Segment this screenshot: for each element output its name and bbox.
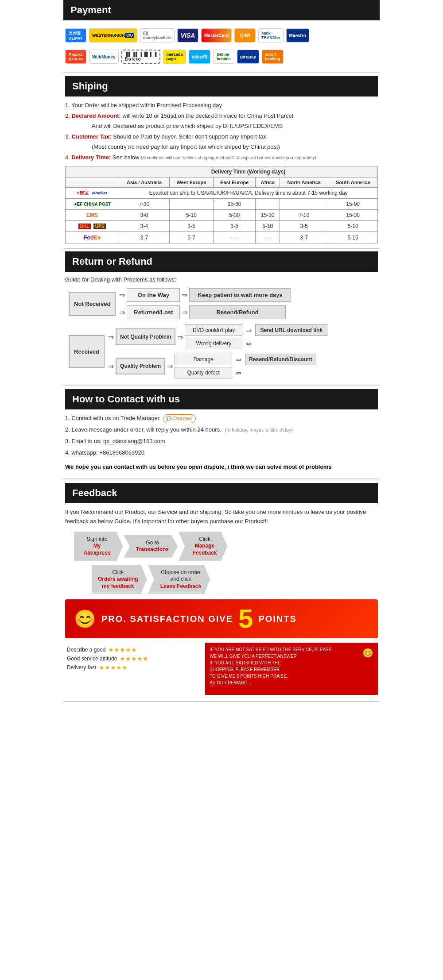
feedback-header: Feedback [65,483,378,503]
quality-branch: ⇒ Quality Problem ⇒ Damage ⇒ Resend/Refu… [106,354,327,378]
feedback-intro: If you Recommand our Product, our Servic… [65,508,378,526]
wrong-delivery-row: Wrong delivery ⇔ [185,338,327,349]
resend-refund-box-1: Resend/Refund [189,305,285,319]
banner-text-pre: PRO. SATISFACTION GIVE [101,614,233,624]
rating-label-3: Delivery fast [67,664,96,671]
received-branches: ⇒ Not Quality Problem ⇒ DVD couldn't pla… [106,324,327,378]
not-quality-branch: ⇒ Not Quality Problem ⇒ DVD couldn't pla… [106,324,327,349]
moneybookers-logo: ((((moneybookers [140,28,175,42]
damage-row: Damage ⇒ Resend/Refund/Discount [175,354,316,365]
resend-refund-discount-box: Resend/Refund/Discount [245,354,316,365]
rating-label-1: Describe a good [67,647,105,653]
shipping-point-4: 4. Delivery Time: See below (Sometimes w… [65,153,378,162]
ems-north-am: 7-10 [280,210,328,221]
smiley-icon: 😊 [74,609,96,629]
table-row-epacket: e邮宝 ePacket Epacket can ship to USA/AU/U… [66,188,378,199]
shipping-header: Shiping [65,76,378,96]
send-url-box: Send URL download link [255,324,327,336]
shipping-point-3b: (Most country no need pay for any Import… [92,143,378,151]
col-header-east-europe: East Europe [213,177,255,188]
contact-point-4: 4. whatsapp: +8618968063920 [65,448,378,458]
payment-section: Payment 支付宝ALIPAY WESTERNUNION WU ((((mo… [63,0,380,73]
rating-row-3: Delivery fast ★★★★★ [67,664,203,671]
payment-logos-row2: ЯндексДеньги WebMoney ▐▌▐▌▐▐▌▌▐Boleto me… [63,46,380,67]
received-flow: Received ⇒ Not Quality Problem ⇒ DVD cou… [69,324,378,378]
fedex-north-am: 3-7 [280,232,328,243]
not-received-box: Not Received [69,292,116,316]
rating-stars-2: ★★★★★ [120,655,148,662]
ratings-right: 😊 IF YOU ARE NOT SATISFIED WITH THE SERV… [205,643,378,695]
epay-logo: Onlinebetalen [213,50,234,64]
received-box: Received [69,335,105,368]
ems-west-eu: 5-10 [169,210,213,221]
dhl-asia: 3-4 [119,221,170,232]
payment-header: Payment [63,0,380,20]
table-row-dhl-ups: DHL UPS 3-4 3-5 3-5 5-10 3-5 5-10 [66,221,378,232]
table-header-main: Delivery Time (Working days) [119,166,378,177]
keep-patient-box: Keep patient to wait more days [189,288,291,302]
dhl-north-am: 3-5 [280,221,328,232]
col-header-asia: Asia / Australia [119,177,170,188]
contact-note-holiday: (In holiday, maybe a little delay) [225,427,293,432]
fedex-africa: ---- [256,232,280,243]
alipay-logo: 支付宝ALIPAY [65,28,86,42]
col-header-carrier [66,177,119,188]
ratings-block: Describe a good ★★★★★ Good service attit… [65,643,378,695]
contact-title: How to Contact with us [72,394,180,405]
dvd-couldnt-play-box: DVD couldn't play [185,324,242,336]
table-header-empty [66,166,119,177]
customer-tax-label: Customer Tax: [71,133,111,140]
damage-box: Damage [175,354,232,365]
ratings-left: Describe a good ★★★★★ Good service attit… [65,643,205,695]
ems-africa: 15-30 [256,210,280,221]
carrier-dhl-ups-logo: DHL UPS [66,221,119,232]
chinapost-africa [256,199,280,210]
quality-defect-row: Quality defect ⇔ [175,367,316,378]
visa-logo: VISA [177,28,198,42]
bank-transfer-logo: bankTRANSfer [258,28,284,42]
not-received-branches: ⇒ On the Way ⇒ Keep patient to wait more… [117,288,291,319]
delivery-time-label: Delivery Time: [71,154,111,161]
rating-row-1: Describe a good ★★★★★ [67,646,203,653]
rating-stars-1: ★★★★★ [108,646,137,653]
col-header-north-america: North America [280,177,328,188]
contact-point-3: 3. Email to us: qx_qianxiang@163.com [65,437,378,446]
dhl-africa: 5-10 [256,221,280,232]
satisfaction-banner: 😊 PRO. SATISFACTION GIVE 5 POINTS [65,599,378,638]
fedex-asia: 3-7 [119,232,170,243]
chat-badge: 💬 Chat now! [163,414,196,423]
banner-text-post: POINTS [258,614,296,624]
refund-header: Return or Refund [65,251,378,272]
fedex-west-eu: 5-7 [169,232,213,243]
ems-east-eu: 5-30 [213,210,255,221]
carrier-ems-logo: EMS [66,210,119,221]
rating-stars-3: ★★★★★ [99,664,128,671]
quality-sub-items: Damage ⇒ Resend/Refund/Discount Quality … [175,354,316,378]
payment-title: Payment [70,4,111,15]
delivery-table: Delivery Time (Working days) Asia / Aust… [65,166,378,243]
contact-header: How to Contact with us [65,389,378,409]
wrong-delivery-box: Wrong delivery [185,338,242,349]
col-header-africa: Africa [256,177,280,188]
table-row-fedex: FedEx 3-7 5-7 ----- ---- 3-7 5-15 [66,232,378,243]
rating-label-2: Good service attitude [67,656,117,662]
ems-south-am: 15-30 [328,210,378,221]
webmoney-logo: WebMoney [89,50,119,64]
feedback-steps-row2: Click Orders awaitingmy feedback Choose … [65,565,378,594]
quality-problem-box: Quality Problem [116,358,165,374]
ems-asia: 3-8 [119,210,170,221]
dvd-row: DVD couldn't play ⇒ Send URL download li… [185,324,327,336]
satisfaction-note-icon: 😊 [362,646,373,660]
chinapost-north-am [280,199,328,210]
carrier-fedex-logo: FedEx [66,232,119,243]
mercado-logo: mercadopago [163,50,186,64]
contact-bold-note: We hope you can contact with us before y… [65,463,378,472]
chinapost-south-am: 15-90 [328,199,378,210]
feedback-steps-row1: Sign into MyAliexpress Go to Transaction… [65,532,378,561]
table-row-chinapost: ✈EF CHINA POST 7-30 15-60 15-90 [66,199,378,210]
contact-point-2: 2. Leave message under order, will reply… [65,425,378,435]
maestro-logo: Maestro [286,28,309,42]
carrier-epacket-logo: e邮宝 ePacket [66,188,119,199]
contact-section: How to Contact with us 1. Contact with u… [63,386,380,479]
shipping-point-2: 2. Declared Amount: will write 10 or 15u… [65,112,378,120]
